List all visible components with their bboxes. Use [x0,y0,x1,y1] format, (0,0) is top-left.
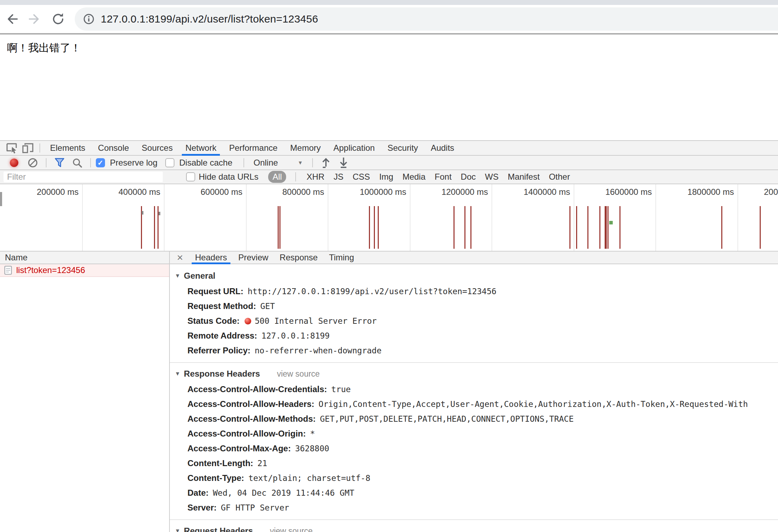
type-filter-js[interactable]: JS [332,172,346,182]
url-text: 127.0.0.1:8199/api.v2/user/list?token=12… [101,13,318,25]
timeline-request-event[interactable] [599,206,600,249]
section-header-general[interactable]: ▼General [175,268,778,284]
throttling-dropdown[interactable]: Online ▼ [249,158,307,168]
tab-application[interactable]: Application [327,141,381,155]
section-title: Response Headers [184,369,260,379]
timeline-tick-label: 400000 ms [118,187,160,197]
separator [312,158,313,167]
timeline-request-event[interactable] [721,206,722,249]
view-source-link[interactable]: view source [270,526,313,532]
close-details-icon[interactable]: × [170,252,190,263]
hide-data-urls-checkbox[interactable] [186,172,195,181]
screen: 127.0.0.1:8199/api.v2/user/list?token=12… [0,0,778,532]
timeline-gridline [655,184,656,251]
import-har-button[interactable] [318,156,334,169]
record-button[interactable] [10,159,18,167]
timeline-request-event[interactable] [619,206,620,249]
forward-button[interactable] [23,8,47,30]
timeline-request-event[interactable] [278,206,279,249]
details-tab-response[interactable]: Response [274,252,323,264]
section-header-request-headers[interactable]: ▼Request Headersview source [175,523,778,532]
details-tab-preview[interactable]: Preview [233,252,274,264]
timeline-request-event[interactable] [576,206,577,249]
timeline-request-event[interactable] [374,206,375,249]
type-filter-xhr[interactable]: XHR [304,172,327,182]
inspect-element-button[interactable] [4,141,20,155]
timeline-request-event[interactable] [154,206,155,249]
tab-audits[interactable]: Audits [424,141,461,155]
tab-sources[interactable]: Sources [135,141,179,155]
header-value: no-referrer-when-downgrade [255,346,382,355]
timeline-marker [142,211,143,215]
preserve-log-label[interactable]: Preserve log [110,158,158,168]
timeline-request-event[interactable] [470,206,471,249]
status-dot-icon [245,318,251,324]
tab-performance[interactable]: Performance [223,141,284,155]
request-row[interactable]: list?token=123456 [0,264,169,277]
timeline-request-event[interactable] [464,206,465,249]
request-rows: list?token=123456 [0,264,169,277]
tab-security[interactable]: Security [381,141,425,155]
timeline-tick-label: 1000000 ms [360,187,406,197]
timeline-request-event[interactable] [453,206,455,249]
details-tab-headers[interactable]: Headers [190,252,233,264]
timeline-tick-label: 1400000 ms [524,187,570,197]
browser-tab-strip [0,0,778,5]
type-filter-img[interactable]: Img [377,172,395,182]
timeline-request-event[interactable] [607,206,609,249]
section-title: General [184,271,215,281]
timeline-tick-label: 600000 ms [200,187,242,197]
timeline-request-event[interactable] [569,206,570,249]
back-button[interactable] [0,8,23,30]
timeline-tick-label: 200000 ms [37,187,79,197]
hide-data-urls-label[interactable]: Hide data URLs [199,172,258,182]
tab-console[interactable]: Console [92,141,135,155]
timeline-request-event[interactable] [587,206,588,249]
chevron-down-icon: ▼ [298,160,303,166]
type-filter-doc[interactable]: Doc [459,172,478,182]
type-filter-css[interactable]: CSS [351,172,372,182]
filter-funnel-icon [54,157,65,168]
clear-button[interactable] [25,156,41,169]
device-toolbar-button[interactable] [20,141,36,155]
section-title: Request Headers [184,526,253,532]
type-filter-all[interactable]: All [268,171,286,183]
timeline-left-handle[interactable] [0,192,2,206]
address-bar[interactable]: 127.0.0.1:8199/api.v2/user/list?token=12… [75,7,778,31]
disable-cache-checkbox[interactable] [165,158,174,167]
filter-toggle-button[interactable] [51,156,68,169]
view-source-link[interactable]: view source [277,369,320,379]
timeline-request-event[interactable] [279,206,280,249]
export-har-button[interactable] [335,156,352,169]
type-filter-ws[interactable]: WS [483,172,501,182]
timeline-tick-label: 800000 ms [282,187,324,197]
section-header-response-headers[interactable]: ▼Response Headersview source [175,366,778,382]
tab-memory[interactable]: Memory [284,141,327,155]
reload-button[interactable] [47,8,70,30]
details-tab-timing[interactable]: Timing [323,252,360,264]
timeline-request-event[interactable] [760,206,761,249]
header-name: Date: [187,488,209,497]
timeline-request-event[interactable] [378,206,379,249]
filter-input[interactable] [4,172,163,182]
inspect-cursor-icon [5,142,18,154]
search-button[interactable] [69,156,85,169]
type-filter-manifest[interactable]: Manifest [506,172,542,182]
type-filter-font[interactable]: Font [433,172,454,182]
document-icon [4,266,12,275]
preserve-log-checkbox[interactable]: ✓ [96,158,105,167]
type-filter-other[interactable]: Other [547,172,572,182]
tab-network[interactable]: Network [179,141,223,155]
header-value: 127.0.0.1:8199 [261,331,330,340]
search-icon [72,157,82,168]
throttling-value: Online [253,158,278,168]
disable-cache-label[interactable]: Disable cache [179,158,233,168]
header-row: Remote Address:127.0.0.1:8199 [187,328,778,343]
name-column-header[interactable]: Name [0,252,169,264]
timeline-request-event[interactable] [369,206,370,249]
section-divider [170,362,778,363]
timeline-request-event[interactable] [605,206,607,249]
tab-elements[interactable]: Elements [44,141,92,155]
type-filter-media[interactable]: Media [400,172,427,182]
network-overview-timeline[interactable]: 200000 ms400000 ms600000 ms800000 ms1000… [0,184,778,252]
